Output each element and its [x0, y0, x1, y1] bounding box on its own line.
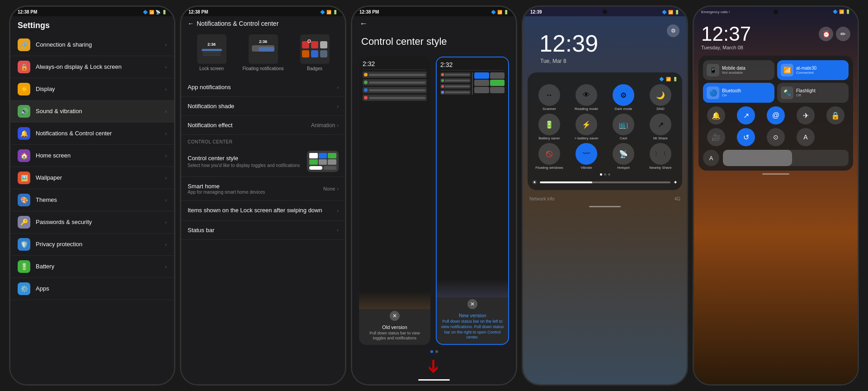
flashlight-text: Flashlight Off: [796, 88, 816, 97]
p5-wifi[interactable]: 📶 at-mate30 Connected: [777, 60, 849, 80]
ctrl-floating[interactable]: 🚫 Floating windows: [532, 143, 566, 170]
old-divider: [363, 69, 427, 70]
control-center-style-item[interactable]: Control center style Select how you'd li…: [181, 146, 345, 177]
ctrl-battery[interactable]: 🔋 Battery saver: [532, 114, 566, 140]
back-nav[interactable]: ←: [352, 16, 516, 31]
p5-time-block: 12:37 Tuesday, March 08: [701, 24, 751, 50]
settings-item-passwords[interactable]: 🔑 Passwords & security ›: [10, 211, 174, 234]
settings-item-display-lock[interactable]: 🔒 Always-on display & Lock screen ›: [10, 56, 174, 78]
nn-3: [440, 84, 471, 89]
menu-smart-home[interactable]: Smart home App for managing smart home d…: [181, 177, 345, 201]
panel-dot-3: [608, 173, 610, 176]
ctrl-hotspot[interactable]: 📡 Hotspot: [606, 143, 641, 170]
darkmode-label: Dark mode: [614, 107, 632, 111]
panel-bt-icon: 🔷: [659, 77, 664, 81]
thumb-floating[interactable]: 2:36 Floating notifications: [239, 34, 287, 72]
alarm-icon[interactable]: ⏰: [819, 27, 833, 41]
icon-nav[interactable]: ↗: [733, 106, 759, 124]
bt3-icon: 🔷: [491, 10, 496, 14]
settings-item-connection[interactable]: 🔗 Connection & sharing ›: [10, 34, 174, 56]
time-display: 4G: [675, 196, 680, 201]
smart-home-sub: App for managing smart home devices: [188, 190, 265, 195]
flashlight-label: Flashlight: [796, 88, 816, 93]
brightness-slider[interactable]: [723, 150, 849, 166]
thumb-badges-preview: [300, 34, 330, 64]
notifications-text: Notifications & Control center: [36, 130, 160, 138]
icon-lock[interactable]: 🔒: [822, 106, 849, 124]
letter-btn[interactable]: A: [703, 150, 719, 166]
icon-person[interactable]: ⊙: [763, 128, 789, 146]
ctrl-cast[interactable]: 📺 Cast: [606, 114, 641, 140]
old-version-option[interactable]: 2:32: [359, 57, 430, 345]
ctrl-nearby[interactable]: 〉〈 Nearby Share: [643, 143, 678, 170]
new-close-btn[interactable]: ✕: [467, 299, 477, 309]
menu-lock-items[interactable]: Items shown on the Lock screen after swi…: [181, 201, 345, 221]
brightness-bar[interactable]: [540, 181, 670, 183]
ctrl-reading[interactable]: 👁 Reading mode: [569, 84, 604, 111]
p5-row2: 🔵 Bluetooth On 🔦 Flashlight Off: [703, 83, 849, 103]
plane-icon: ✈: [797, 106, 815, 124]
vibrate-icon: 〰: [576, 143, 597, 165]
cc-tile-1: [309, 153, 318, 158]
cc-style-screen: ← Control center style 2:32: [352, 16, 516, 384]
thumb-badges-label: Badges: [307, 66, 322, 72]
thumb-lockscreen-preview: 2:36: [197, 34, 226, 64]
reading-label: Reading mode: [575, 107, 598, 111]
p5-bluetooth[interactable]: 🔵 Bluetooth On: [703, 83, 774, 103]
home-bar-5: [762, 173, 789, 175]
settings-gear-icon[interactable]: ⚙: [667, 24, 679, 37]
settings-item-privacy[interactable]: 🛡️ Privacy protection ›: [10, 234, 174, 256]
settings-item-apps[interactable]: ⚙️ Apps: [10, 278, 174, 300]
cc-style-text: Control center style Select how you'd li…: [188, 155, 302, 168]
old-version-preview: 2:32: [359, 57, 430, 309]
menu-app-notif[interactable]: App notifications ›: [181, 78, 345, 97]
bluetooth-sub: On: [722, 93, 741, 97]
thumb-badges[interactable]: Badges: [291, 34, 339, 72]
ctrl-mishare[interactable]: ↗ Mi Share: [643, 114, 678, 140]
icon-video[interactable]: 🎥: [703, 128, 729, 146]
display-lock-text: Always-on display & Lock screen: [36, 63, 160, 71]
nn-line-3: [445, 86, 470, 87]
icon-bell[interactable]: 🔔: [703, 106, 729, 124]
new-version-option[interactable]: 2:32: [436, 57, 509, 345]
connection-icon: 🔗: [18, 38, 30, 51]
ctrl-scanner[interactable]: ↔ Scanner: [532, 84, 566, 111]
icon-rotate[interactable]: ↺: [733, 128, 759, 146]
ntg-5: [474, 87, 489, 93]
mobile-data-icon: 📱: [707, 64, 719, 76]
nav-back[interactable]: ← Notifications & Control center: [181, 16, 345, 31]
p5-flashlight[interactable]: 🔦 Flashlight Off: [777, 83, 849, 103]
controls-grid: ↔ Scanner 👁 Reading mode ⚙ Dark mode 🌙 D…: [532, 84, 678, 170]
badge-5: [311, 50, 318, 57]
edit-icon[interactable]: ✏: [836, 27, 850, 41]
settings-item-battery[interactable]: 🔋 Battery ›: [10, 256, 174, 278]
settings-item-sound[interactable]: 🔊 Sound & vibration › ➔: [10, 100, 174, 123]
ctrl-battery2[interactable]: ⚡ > battery saver: [569, 114, 604, 140]
badge-6: [320, 50, 327, 57]
cc-style-desc: Select how you'd like to display toggles…: [188, 162, 302, 168]
menu-status-bar[interactable]: Status bar ›: [181, 221, 345, 240]
icon-a[interactable]: A: [793, 128, 819, 146]
ctrl-darkmode[interactable]: ⚙ Dark mode: [606, 84, 641, 111]
brightness-fill: [540, 181, 592, 183]
settings-item-home[interactable]: 🏠 Home screen ›: [10, 145, 174, 167]
cc-style-label: Control center style: [188, 155, 302, 162]
ctrl-vibrate[interactable]: 〰 Vibrate: [569, 143, 604, 170]
thumb-lockscreen[interactable]: 2:36 Lock screen: [188, 34, 236, 72]
settings-item-themes[interactable]: 🎨 Themes ›: [10, 189, 174, 211]
settings-item-display[interactable]: ☀️ Display ›: [10, 78, 174, 100]
lockscreen-time: 12:39: [530, 21, 607, 58]
ctrl-dnd[interactable]: 🌙 DND: [643, 84, 678, 111]
menu-notif-effect[interactable]: Notification effect Animation ›: [181, 116, 345, 135]
old-close-btn[interactable]: ✕: [390, 311, 400, 321]
icon-email[interactable]: @: [763, 106, 789, 124]
p5-mobile-data[interactable]: 📱 Mobile data Not available: [703, 60, 774, 80]
settings-item-notifications[interactable]: 🔔 Notifications & Control center ›: [10, 123, 174, 145]
menu-notif-shade[interactable]: Notification shade ›: [181, 97, 345, 116]
icon-plane[interactable]: ✈: [793, 106, 819, 124]
mishare-icon: ↗: [650, 114, 671, 135]
cast-icon: 📺: [613, 114, 634, 135]
network-name: Network info: [529, 196, 555, 201]
old-version-footer: Old version Pull down status bar to view…: [359, 323, 430, 345]
settings-item-wallpaper[interactable]: 🖼️ Wallpaper ›: [10, 167, 174, 189]
